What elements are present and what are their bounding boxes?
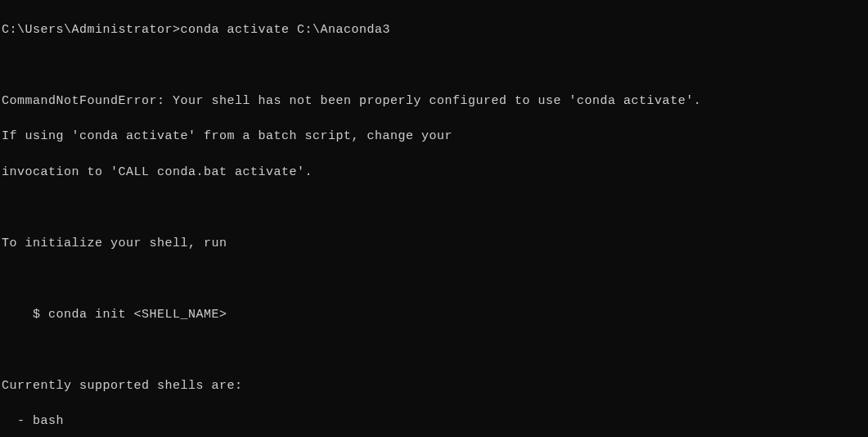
init-command: $ conda init <SHELL_NAME>: [2, 306, 866, 324]
terminal-output[interactable]: C:\Users\Administrator>conda activate C:…: [2, 3, 866, 437]
error-line2: If using 'conda activate' from a batch s…: [2, 128, 866, 146]
shell-item-bash: - bash: [2, 412, 866, 430]
blank-line: [2, 341, 866, 359]
init-intro: To initialize your shell, run: [2, 235, 866, 253]
blank-line: [2, 270, 866, 288]
prompt-line: C:\Users\Administrator>conda activate C:…: [2, 21, 866, 39]
error-title: CommandNotFoundError: Your shell has not…: [2, 92, 866, 110]
prompt-command: conda activate C:\Anaconda3: [181, 23, 391, 37]
prompt-path: C:\Users\Administrator>: [2, 23, 181, 37]
shells-header: Currently supported shells are:: [2, 377, 866, 395]
error-line3: invocation to 'CALL conda.bat activate'.: [2, 164, 866, 182]
blank-line: [2, 199, 866, 217]
blank-line: [2, 56, 866, 74]
